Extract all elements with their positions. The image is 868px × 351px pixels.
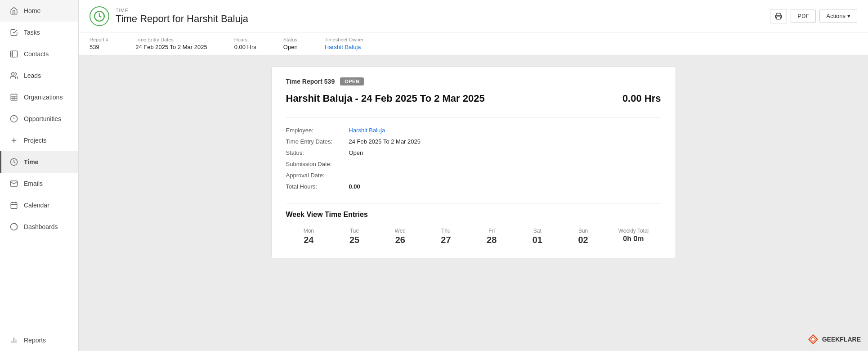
status-badge: OPEN [340, 77, 364, 86]
sidebar-item-emails[interactable]: Emails [0, 173, 78, 194]
report-card: Time Report 539 OPEN Harshit Baluja - 24… [271, 66, 676, 258]
header-left: TIME Time Report for Harshit Baluja [89, 6, 248, 26]
sidebar-label-organizations: Organizations [24, 94, 63, 101]
svg-rect-5 [11, 94, 17, 100]
detail-row-total-hours: Total Hours: 0.00 [286, 181, 661, 192]
detail-row-dates: Time Entry Dates: 24 Feb 2025 To 2 Mar 2… [286, 136, 661, 147]
detail-row-status: Status: Open [286, 147, 661, 158]
sidebar-item-calendar[interactable]: Calendar [0, 194, 78, 216]
weekly-total-col: Weekly Total0h 0m [606, 226, 661, 247]
contacts-icon [9, 50, 18, 58]
geekflare-icon [807, 333, 819, 346]
leads-icon [9, 71, 18, 80]
sidebar-item-home[interactable]: Home [0, 0, 78, 22]
sidebar-label-leads: Leads [24, 72, 41, 79]
dashboards-icon [9, 222, 18, 231]
week-day-col: Fri28 [469, 226, 515, 247]
sidebar-item-opportunities[interactable]: Opportunities [0, 108, 78, 130]
report-main-row: Harshit Baluja - 24 Feb 2025 To 2 Mar 20… [286, 93, 661, 106]
organizations-icon [9, 93, 18, 102]
sidebar-item-projects[interactable]: Projects [0, 130, 78, 151]
report-number-label: Time Report 539 [286, 78, 335, 85]
time-module-icon [89, 6, 109, 26]
week-view-title: Week View Time Entries [286, 211, 661, 219]
sidebar-item-contacts[interactable]: Contacts [0, 43, 78, 65]
sidebar-label-home: Home [24, 7, 40, 14]
content-area: Time Report 539 OPEN Harshit Baluja - 24… [79, 55, 868, 351]
detail-table: Employee: Harshit Baluja Time Entry Date… [286, 125, 661, 192]
page-title: Time Report for Harshit Baluja [116, 13, 248, 25]
tasks-icon [9, 28, 18, 37]
report-card-header: Time Report 539 OPEN [286, 77, 661, 86]
header-actions: PDF Actions ▾ [770, 9, 857, 23]
sidebar-item-dashboards[interactable]: Dashboards [0, 216, 78, 238]
sidebar-label-time: Time [24, 158, 38, 166]
week-day-col: Tue25 [331, 226, 377, 247]
geekflare-logo: GEEKFLARE [807, 333, 861, 346]
actions-button[interactable]: Actions ▾ [819, 9, 857, 23]
calendar-icon [9, 201, 18, 210]
meta-report-num: Report # 539 [89, 37, 108, 50]
print-button[interactable] [770, 9, 787, 23]
sidebar-item-leads[interactable]: Leads [0, 65, 78, 86]
divider-2 [286, 203, 661, 203]
meta-hours: Hours 0.00 Hrs [234, 37, 256, 50]
pdf-button[interactable]: PDF [791, 9, 816, 23]
svg-rect-0 [11, 51, 18, 57]
sidebar-label-tasks: Tasks [24, 29, 40, 36]
time-icon [9, 158, 18, 166]
meta-bar: Report # 539 Time Entry Dates 24 Feb 202… [79, 32, 868, 55]
header-title-block: TIME Time Report for Harshit Baluja [116, 8, 248, 25]
week-day-col: Sun02 [560, 226, 606, 247]
sidebar-label-opportunities: Opportunities [24, 115, 61, 122]
sidebar-item-organizations[interactable]: Organizations [0, 86, 78, 108]
sidebar-item-time[interactable]: Time [0, 151, 78, 173]
sidebar-label-calendar: Calendar [24, 202, 49, 209]
week-grid: Mon24Tue25Wed26Thu27Fri28Sat01Sun02Weekl… [286, 226, 661, 247]
sidebar-item-tasks[interactable]: Tasks [0, 22, 78, 43]
meta-dates: Time Entry Dates 24 Feb 2025 To 2 Mar 20… [135, 37, 207, 50]
sidebar-label-reports: Reports [24, 337, 46, 344]
meta-status: Status Open [283, 37, 298, 50]
svg-rect-25 [777, 17, 780, 19]
svg-rect-16 [11, 202, 17, 209]
week-day-col: Wed26 [377, 226, 423, 247]
sidebar-label-dashboards: Dashboards [24, 223, 58, 230]
chevron-down-icon: ▾ [847, 13, 850, 19]
report-hours-large: 0.00 Hrs [622, 93, 661, 104]
detail-row-approval: Approval Date: [286, 170, 661, 181]
sidebar-label-projects: Projects [24, 137, 47, 144]
sidebar-label-contacts: Contacts [24, 50, 49, 58]
emails-icon [9, 179, 18, 188]
home-icon [9, 6, 18, 15]
svg-point-4 [12, 72, 14, 75]
reports-icon [9, 336, 18, 345]
divider-1 [286, 117, 661, 117]
sidebar-label-emails: Emails [24, 180, 43, 187]
page-header: TIME Time Report for Harshit Baluja PDF … [79, 0, 868, 32]
module-label: TIME [116, 8, 248, 13]
detail-row-employee: Employee: Harshit Baluja [286, 125, 661, 136]
projects-icon [9, 136, 18, 145]
week-day-col: Thu27 [423, 226, 469, 247]
detail-row-submission: Submission Date: [286, 158, 661, 170]
week-day-col: Sat01 [515, 226, 560, 247]
opportunities-icon [9, 114, 18, 123]
main-content: TIME Time Report for Harshit Baluja PDF … [79, 0, 868, 351]
report-main-title: Harshit Baluja - 24 Feb 2025 To 2 Mar 20… [286, 93, 485, 104]
sidebar: Home Tasks Contacts Leads Organizations … [0, 0, 79, 351]
sidebar-item-reports[interactable]: Reports [0, 329, 78, 351]
week-day-col: Mon24 [286, 226, 332, 247]
geekflare-name: GEEKFLARE [822, 336, 861, 343]
meta-owner: Timesheet Owner Harshit Baluja [325, 37, 363, 50]
